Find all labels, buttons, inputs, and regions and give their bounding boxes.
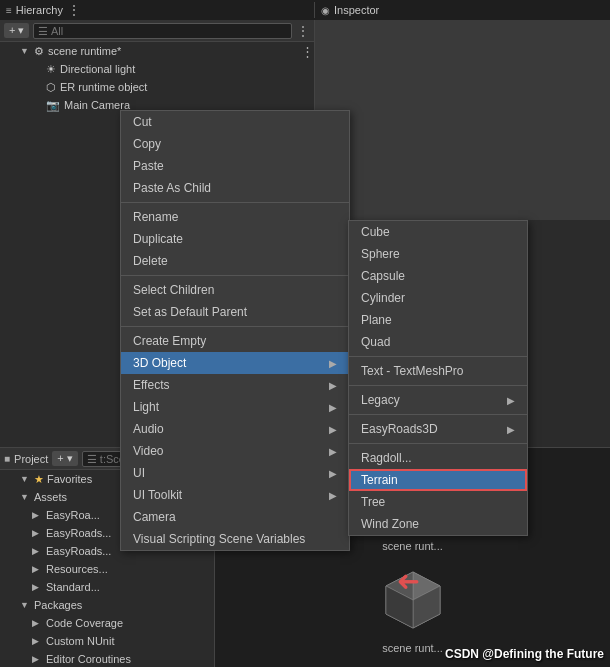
inspector-icon: ◉ xyxy=(321,5,330,16)
scene-label: scene runtime* xyxy=(48,45,121,57)
cc-label: Code Coverage xyxy=(46,617,123,629)
resources-arrow: ▶ xyxy=(32,564,44,574)
submenu-tree[interactable]: Tree xyxy=(349,491,527,513)
ctx-sep-3 xyxy=(121,326,349,327)
ctx-create-empty[interactable]: Create Empty xyxy=(121,330,349,352)
watermark: CSDN @Defining the Future xyxy=(445,647,604,661)
ctx-video[interactable]: Video ▶ xyxy=(121,440,349,462)
inspector-panel xyxy=(315,20,610,220)
ctx-rename[interactable]: Rename xyxy=(121,206,349,228)
inspector-title: Inspector xyxy=(334,4,379,16)
ctx-delete[interactable]: Delete xyxy=(121,250,349,272)
packages-label: Packages xyxy=(34,599,82,611)
scene-icon: ⚙ xyxy=(34,45,44,58)
submenu-legacy[interactable]: Legacy ▶ xyxy=(349,389,527,411)
standard-arrow: ▶ xyxy=(32,582,44,592)
ctx-3d-object[interactable]: 3D Object ▶ xyxy=(121,352,349,374)
er3-label: EasyRoads... xyxy=(46,545,111,557)
project-standard[interactable]: ▶ Standard... xyxy=(0,578,214,596)
ctx-camera[interactable]: Camera xyxy=(121,506,349,528)
tree-item-directional-light[interactable]: ☀ Directional light xyxy=(0,60,314,78)
favorites-star: ★ xyxy=(34,473,44,486)
inspector-panel-header: ◉ Inspector xyxy=(315,4,610,16)
er3-arrow: ▶ xyxy=(32,546,44,556)
hierarchy-toolbar: + ▾ ⋮ xyxy=(0,20,314,42)
submenu-sep-1 xyxy=(349,356,527,357)
submenu-wind-zone[interactable]: Wind Zone xyxy=(349,513,527,535)
cc-arrow: ▶ xyxy=(32,618,44,628)
ctx-visual-scripting[interactable]: Visual Scripting Scene Variables xyxy=(121,528,349,550)
er-runtime-label: ER runtime object xyxy=(60,81,147,93)
ctx-sep-1 xyxy=(121,202,349,203)
top-bar: ≡ Hierarchy ⋮ ◉ Inspector xyxy=(0,0,610,20)
ctx-cut[interactable]: Cut xyxy=(121,111,349,133)
ctx-effects-arrow: ▶ xyxy=(329,380,337,391)
submenu-cube[interactable]: Cube xyxy=(349,221,527,243)
submenu-textmeshpro[interactable]: Text - TextMeshPro xyxy=(349,360,527,382)
submenu-ragdoll[interactable]: Ragdoll... xyxy=(349,447,527,469)
ec-arrow: ▶ xyxy=(32,654,44,664)
tree-item-scene[interactable]: ▼ ⚙ scene runtime* ⋮ xyxy=(0,42,314,60)
project-custom-nunit[interactable]: ▶ Custom NUnit xyxy=(0,632,214,650)
submenu-sep-4 xyxy=(349,443,527,444)
hierarchy-menu-button[interactable]: ⋮ xyxy=(67,2,81,18)
ctx-effects[interactable]: Effects ▶ xyxy=(121,374,349,396)
ctx-paste[interactable]: Paste xyxy=(121,155,349,177)
project-resources[interactable]: ▶ Resources... xyxy=(0,560,214,578)
submenu-sphere[interactable]: Sphere xyxy=(349,243,527,265)
ctx-video-arrow: ▶ xyxy=(329,446,337,457)
ctx-duplicate[interactable]: Duplicate xyxy=(121,228,349,250)
submenu-sep-3 xyxy=(349,414,527,415)
directional-light-label: Directional light xyxy=(60,63,135,75)
submenu-easyroads-arrow: ▶ xyxy=(507,424,515,435)
tree-item-er-runtime[interactable]: ⬡ ER runtime object xyxy=(0,78,314,96)
submenu-plane[interactable]: Plane xyxy=(349,309,527,331)
tree-arrow-scene: ▼ xyxy=(20,46,32,56)
hierarchy-search-input[interactable] xyxy=(33,23,292,39)
hierarchy-add-button[interactable]: + ▾ xyxy=(4,23,29,38)
project-add-button[interactable]: + ▾ xyxy=(52,451,77,466)
ctx-copy[interactable]: Copy xyxy=(121,133,349,155)
assets-label: Assets xyxy=(34,491,67,503)
ctx-select-children[interactable]: Select Children xyxy=(121,279,349,301)
submenu-easyroads[interactable]: EasyRoads3D ▶ xyxy=(349,418,527,440)
assets-arrow: ▼ xyxy=(20,492,32,502)
preview-scene-label: scene runt... xyxy=(382,540,443,552)
submenu-quad[interactable]: Quad xyxy=(349,331,527,353)
submenu-terrain[interactable]: Terrain xyxy=(349,469,527,491)
submenu-capsule[interactable]: Capsule xyxy=(349,265,527,287)
er1-arrow: ▶ xyxy=(32,510,44,520)
light-icon: ☀ xyxy=(46,63,56,76)
scene-dots[interactable]: ⋮ xyxy=(301,44,314,59)
hierarchy-icon: ≡ xyxy=(6,5,12,16)
resources-label: Resources... xyxy=(46,563,108,575)
er1-label: EasyRoa... xyxy=(46,509,100,521)
ctx-ui-toolkit-arrow: ▶ xyxy=(329,490,337,501)
submenu-cylinder[interactable]: Cylinder xyxy=(349,287,527,309)
packages-arrow: ▼ xyxy=(20,600,32,610)
ctx-light[interactable]: Light ▶ xyxy=(121,396,349,418)
ctx-set-default-parent[interactable]: Set as Default Parent xyxy=(121,301,349,323)
ctx-ui[interactable]: UI ▶ xyxy=(121,462,349,484)
camera-icon: 📷 xyxy=(46,99,60,112)
context-menu: Cut Copy Paste Paste As Child Rename Dup… xyxy=(120,110,350,551)
cn-label: Custom NUnit xyxy=(46,635,114,647)
project-panel-icon: ■ xyxy=(4,453,10,464)
submenu-3d-object: Cube Sphere Capsule Cylinder Plane Quad … xyxy=(348,220,528,536)
ctx-sep-2 xyxy=(121,275,349,276)
standard-label: Standard... xyxy=(46,581,100,593)
project-code-coverage[interactable]: ▶ Code Coverage xyxy=(0,614,214,632)
project-panel-title: Project xyxy=(14,453,48,465)
cn-arrow: ▶ xyxy=(32,636,44,646)
ctx-ui-toolkit[interactable]: UI Toolkit ▶ xyxy=(121,484,349,506)
project-packages[interactable]: ▼ Packages xyxy=(0,596,214,614)
ctx-light-arrow: ▶ xyxy=(329,402,337,413)
hierarchy-options-button[interactable]: ⋮ xyxy=(296,23,310,39)
ctx-paste-child[interactable]: Paste As Child xyxy=(121,177,349,199)
er-icon: ⬡ xyxy=(46,81,56,94)
ctx-audio[interactable]: Audio ▶ xyxy=(121,418,349,440)
ctx-audio-arrow: ▶ xyxy=(329,424,337,435)
ctx-3d-object-arrow: ▶ xyxy=(329,358,337,369)
favorites-arrow: ▼ xyxy=(20,474,32,484)
project-editor-coroutines[interactable]: ▶ Editor Coroutines xyxy=(0,650,214,667)
